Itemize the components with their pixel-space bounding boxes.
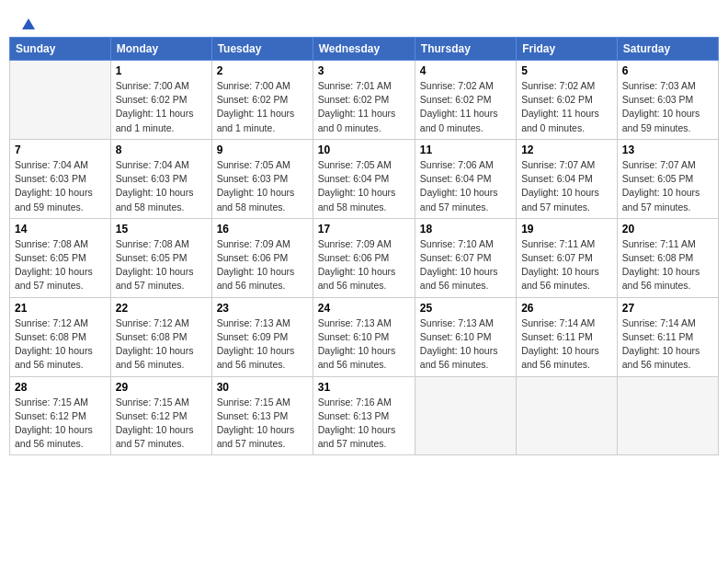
day-number: 20 xyxy=(622,223,713,236)
calendar-cell: 27Sunrise: 7:14 AMSunset: 6:11 PMDayligh… xyxy=(617,297,718,376)
day-info: Sunrise: 7:04 AMSunset: 6:03 PMDaylight:… xyxy=(116,158,207,214)
day-info: Sunrise: 7:08 AMSunset: 6:05 PMDaylight:… xyxy=(15,237,106,293)
calendar-cell: 19Sunrise: 7:11 AMSunset: 6:07 PMDayligh… xyxy=(517,218,618,297)
day-info: Sunrise: 7:02 AMSunset: 6:02 PMDaylight:… xyxy=(521,79,612,135)
day-number: 22 xyxy=(116,302,207,315)
day-info: Sunrise: 7:07 AMSunset: 6:04 PMDaylight:… xyxy=(521,158,612,214)
day-number: 16 xyxy=(217,223,308,236)
day-number: 4 xyxy=(420,64,511,77)
calendar-cell: 11Sunrise: 7:06 AMSunset: 6:04 PMDayligh… xyxy=(415,139,516,218)
day-info: Sunrise: 7:02 AMSunset: 6:02 PMDaylight:… xyxy=(420,79,511,135)
day-number: 3 xyxy=(318,64,410,77)
calendar-cell: 28Sunrise: 7:15 AMSunset: 6:12 PMDayligh… xyxy=(10,376,111,455)
day-number: 1 xyxy=(116,64,207,77)
weekday-wednesday: Wednesday xyxy=(313,38,415,61)
day-info: Sunrise: 7:09 AMSunset: 6:06 PMDaylight:… xyxy=(318,237,410,293)
calendar-cell: 22Sunrise: 7:12 AMSunset: 6:08 PMDayligh… xyxy=(110,297,211,376)
day-number: 27 xyxy=(622,302,713,315)
calendar-cell: 26Sunrise: 7:14 AMSunset: 6:11 PMDayligh… xyxy=(517,297,618,376)
calendar-cell: 13Sunrise: 7:07 AMSunset: 6:05 PMDayligh… xyxy=(617,139,718,218)
calendar-cell: 2Sunrise: 7:00 AMSunset: 6:02 PMDaylight… xyxy=(211,61,313,140)
day-number: 24 xyxy=(318,302,410,315)
calendar-cell: 17Sunrise: 7:09 AMSunset: 6:06 PMDayligh… xyxy=(313,218,415,297)
week-row-3: 21Sunrise: 7:12 AMSunset: 6:08 PMDayligh… xyxy=(10,297,719,376)
calendar-cell: 6Sunrise: 7:03 AMSunset: 6:03 PMDaylight… xyxy=(617,61,718,140)
day-info: Sunrise: 7:03 AMSunset: 6:03 PMDaylight:… xyxy=(622,79,713,135)
day-number: 25 xyxy=(420,302,511,315)
day-number: 13 xyxy=(622,144,713,156)
calendar-cell: 24Sunrise: 7:13 AMSunset: 6:10 PMDayligh… xyxy=(313,297,415,376)
calendar-cell: 14Sunrise: 7:08 AMSunset: 6:05 PMDayligh… xyxy=(10,218,111,297)
day-number: 18 xyxy=(420,223,511,236)
day-number: 29 xyxy=(116,381,207,394)
day-info: Sunrise: 7:10 AMSunset: 6:07 PMDaylight:… xyxy=(420,237,511,293)
calendar-cell: 31Sunrise: 7:16 AMSunset: 6:13 PMDayligh… xyxy=(313,376,415,455)
day-number: 7 xyxy=(15,144,106,156)
day-number: 26 xyxy=(521,302,612,315)
calendar-cell: 20Sunrise: 7:11 AMSunset: 6:08 PMDayligh… xyxy=(617,218,718,297)
day-info: Sunrise: 7:07 AMSunset: 6:05 PMDaylight:… xyxy=(622,158,713,214)
day-info: Sunrise: 7:09 AMSunset: 6:06 PMDaylight:… xyxy=(217,237,308,293)
day-info: Sunrise: 7:15 AMSunset: 6:12 PMDaylight:… xyxy=(15,396,106,452)
calendar-cell: 8Sunrise: 7:04 AMSunset: 6:03 PMDaylight… xyxy=(110,139,211,218)
day-info: Sunrise: 7:15 AMSunset: 6:13 PMDaylight:… xyxy=(217,396,308,452)
day-info: Sunrise: 7:13 AMSunset: 6:09 PMDaylight:… xyxy=(217,316,308,373)
logo xyxy=(18,17,37,29)
svg-marker-0 xyxy=(22,18,35,29)
calendar-cell: 3Sunrise: 7:01 AMSunset: 6:02 PMDaylight… xyxy=(313,61,415,140)
day-number: 30 xyxy=(217,381,308,394)
week-row-2: 14Sunrise: 7:08 AMSunset: 6:05 PMDayligh… xyxy=(10,218,719,297)
day-info: Sunrise: 7:00 AMSunset: 6:02 PMDaylight:… xyxy=(116,79,207,135)
day-number: 11 xyxy=(420,144,511,156)
day-number: 31 xyxy=(318,381,410,394)
day-number: 14 xyxy=(15,223,106,236)
day-info: Sunrise: 7:14 AMSunset: 6:11 PMDaylight:… xyxy=(622,316,713,373)
weekday-sunday: Sunday xyxy=(10,38,111,61)
day-number: 2 xyxy=(217,64,308,77)
day-number: 5 xyxy=(521,64,612,77)
day-info: Sunrise: 7:06 AMSunset: 6:04 PMDaylight:… xyxy=(420,158,511,214)
calendar-cell: 21Sunrise: 7:12 AMSunset: 6:08 PMDayligh… xyxy=(10,297,111,376)
day-info: Sunrise: 7:11 AMSunset: 6:08 PMDaylight:… xyxy=(622,237,713,293)
day-number: 12 xyxy=(521,144,612,156)
calendar-cell: 9Sunrise: 7:05 AMSunset: 6:03 PMDaylight… xyxy=(211,139,313,218)
day-info: Sunrise: 7:08 AMSunset: 6:05 PMDaylight:… xyxy=(116,237,207,293)
weekday-thursday: Thursday xyxy=(415,38,516,61)
calendar-cell xyxy=(415,376,516,455)
day-number: 10 xyxy=(318,144,410,156)
calendar-body: 1Sunrise: 7:00 AMSunset: 6:02 PMDaylight… xyxy=(10,61,719,455)
calendar-cell: 15Sunrise: 7:08 AMSunset: 6:05 PMDayligh… xyxy=(110,218,211,297)
calendar-cell xyxy=(517,376,618,455)
weekday-header-row: SundayMondayTuesdayWednesdayThursdayFrid… xyxy=(10,38,719,61)
day-info: Sunrise: 7:00 AMSunset: 6:02 PMDaylight:… xyxy=(217,79,308,135)
calendar-cell xyxy=(10,61,111,140)
weekday-monday: Monday xyxy=(110,38,211,61)
day-number: 21 xyxy=(15,302,106,315)
day-number: 23 xyxy=(217,302,308,315)
day-info: Sunrise: 7:04 AMSunset: 6:03 PMDaylight:… xyxy=(15,158,106,214)
calendar-table: SundayMondayTuesdayWednesdayThursdayFrid… xyxy=(9,37,719,455)
calendar-cell: 1Sunrise: 7:00 AMSunset: 6:02 PMDaylight… xyxy=(110,61,211,140)
day-info: Sunrise: 7:14 AMSunset: 6:11 PMDaylight:… xyxy=(521,316,612,373)
day-number: 6 xyxy=(622,64,713,77)
day-info: Sunrise: 7:01 AMSunset: 6:02 PMDaylight:… xyxy=(318,79,410,135)
week-row-0: 1Sunrise: 7:00 AMSunset: 6:02 PMDaylight… xyxy=(10,61,719,140)
weekday-friday: Friday xyxy=(517,38,618,61)
calendar-cell: 16Sunrise: 7:09 AMSunset: 6:06 PMDayligh… xyxy=(211,218,313,297)
day-info: Sunrise: 7:15 AMSunset: 6:12 PMDaylight:… xyxy=(116,396,207,452)
day-info: Sunrise: 7:11 AMSunset: 6:07 PMDaylight:… xyxy=(521,237,612,293)
calendar-cell: 23Sunrise: 7:13 AMSunset: 6:09 PMDayligh… xyxy=(211,297,313,376)
calendar-cell: 25Sunrise: 7:13 AMSunset: 6:10 PMDayligh… xyxy=(415,297,516,376)
day-info: Sunrise: 7:12 AMSunset: 6:08 PMDaylight:… xyxy=(15,316,106,373)
day-info: Sunrise: 7:05 AMSunset: 6:04 PMDaylight:… xyxy=(318,158,410,214)
day-number: 9 xyxy=(217,144,308,156)
day-number: 28 xyxy=(15,381,106,394)
day-number: 15 xyxy=(116,223,207,236)
week-row-1: 7Sunrise: 7:04 AMSunset: 6:03 PMDaylight… xyxy=(10,139,719,218)
day-info: Sunrise: 7:12 AMSunset: 6:08 PMDaylight:… xyxy=(116,316,207,373)
day-info: Sunrise: 7:05 AMSunset: 6:03 PMDaylight:… xyxy=(217,158,308,214)
weekday-saturday: Saturday xyxy=(617,38,718,61)
calendar-cell xyxy=(617,376,718,455)
day-number: 8 xyxy=(116,144,207,156)
calendar-cell: 4Sunrise: 7:02 AMSunset: 6:02 PMDaylight… xyxy=(415,61,516,140)
